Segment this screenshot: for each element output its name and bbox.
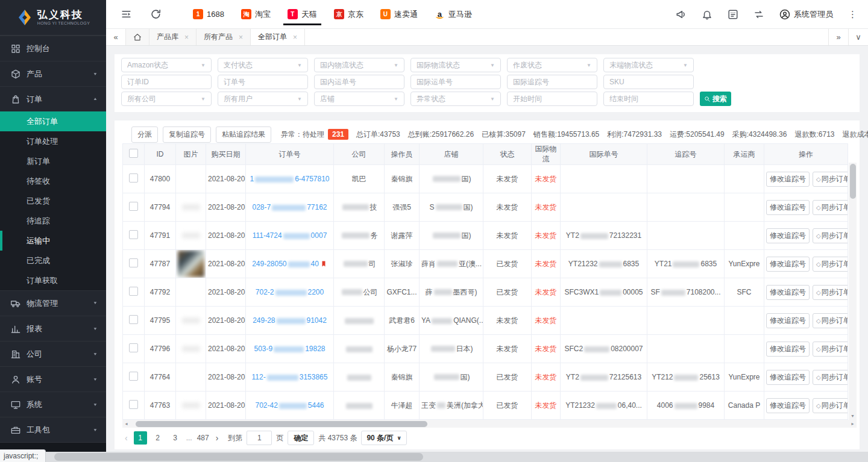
filter-intl-tracking-no[interactable]: 国际追踪号 <box>507 75 597 89</box>
sidebar-item-shipped[interactable]: 已发货 <box>0 191 106 211</box>
sync-order-button[interactable]: ◇同步订单 <box>813 285 848 300</box>
modify-tracking-button[interactable]: 修改追踪号 <box>766 228 810 243</box>
sync-order-button[interactable]: ◇同步订单 <box>813 172 848 187</box>
scroll-right-arrow[interactable]: ▸ <box>849 420 857 428</box>
row-checkbox[interactable] <box>129 315 138 324</box>
announcement-icon[interactable] <box>676 9 687 20</box>
sidebar-item-products[interactable]: 产品▼ <box>0 61 106 86</box>
sidebar-item-company[interactable]: 公司▼ <box>0 341 106 366</box>
marketplace-jd[interactable]: 京京东 <box>326 0 372 28</box>
filter-order-id[interactable]: 订单ID <box>121 75 212 89</box>
row-checkbox[interactable] <box>129 372 138 381</box>
modify-tracking-button[interactable]: 修改追踪号 <box>766 313 810 328</box>
filter-shop[interactable]: 店铺▼ <box>314 92 404 106</box>
filter-order-no[interactable]: 订单号 <box>218 75 308 89</box>
order-link[interactable]: 702-22200 <box>256 288 324 296</box>
sidebar-item-reports[interactable]: 报表▼ <box>0 316 106 341</box>
filter-sku[interactable]: SKU <box>603 75 694 89</box>
order-link[interactable]: 112-3153865 <box>252 373 328 381</box>
sync-order-button[interactable]: ◇同步订单 <box>813 228 848 243</box>
sync-order-button[interactable]: ◇同步订单 <box>813 370 848 385</box>
product-image[interactable] <box>178 251 204 277</box>
sidebar-item-all-orders[interactable]: 全部订单 <box>0 111 106 131</box>
marketplace-taobao[interactable]: 淘淘宝 <box>233 0 279 28</box>
more-menu-icon[interactable]: ⋮ <box>848 9 857 20</box>
filter-domestic-logistics-status[interactable]: 国内物流状态▼ <box>314 58 404 72</box>
select-all-checkbox[interactable] <box>129 149 138 158</box>
page-1[interactable]: 1 <box>134 431 147 445</box>
order-link[interactable]: 702-425446 <box>255 401 324 410</box>
sidebar-item-awaiting-tracking[interactable]: 待追踪 <box>0 211 106 231</box>
close-icon[interactable]: × <box>293 33 297 42</box>
filter-amazon-status[interactable]: Amazon状态▼ <box>121 58 212 72</box>
sidebar-item-awaiting-receipt[interactable]: 待签收 <box>0 171 106 191</box>
dispatch-button[interactable]: 分派 <box>131 126 158 143</box>
window-scroll-thumb[interactable] <box>54 453 423 461</box>
scroll-left-arrow[interactable]: ◂ <box>122 420 130 428</box>
sync-order-button[interactable]: ◇同步订单 <box>813 313 848 328</box>
sync-order-button[interactable]: ◇同步订单 <box>813 200 848 215</box>
close-icon[interactable]: × <box>239 33 243 42</box>
table-horizontal-scrollbar[interactable]: ◂ ▸ <box>122 420 857 428</box>
sidebar-item-system[interactable]: 系统▼ <box>0 392 106 417</box>
modify-tracking-button[interactable]: 修改追踪号 <box>766 398 810 413</box>
sidebar-item-dashboard[interactable]: 控制台 <box>0 36 106 61</box>
row-checkbox[interactable] <box>129 258 138 267</box>
window-horizontal-scrollbar[interactable] <box>0 452 868 462</box>
tab-product-library[interactable]: 产品库× <box>149 29 197 45</box>
sync-order-button[interactable]: ◇同步订单 <box>813 398 848 413</box>
tabs-menu-button[interactable]: ∨ <box>848 29 868 45</box>
filter-intl-waybill-no[interactable]: 国际运单号 <box>410 75 501 89</box>
modify-tracking-button[interactable]: 修改追踪号 <box>766 285 810 300</box>
row-checkbox[interactable] <box>129 343 138 352</box>
tabs-scroll-right-button[interactable]: » <box>828 29 848 45</box>
sidebar-item-new-orders[interactable]: 新订单 <box>0 151 106 171</box>
sidebar-item-order-fetch[interactable]: 订单获取 <box>0 270 106 290</box>
order-link[interactable]: 503-919828 <box>254 345 325 353</box>
apps-icon[interactable] <box>728 9 738 20</box>
copy-tracking-button[interactable]: 复制追踪号 <box>163 126 211 143</box>
close-icon[interactable]: × <box>184 33 189 42</box>
vertical-scroll-thumb[interactable] <box>850 164 856 199</box>
modify-tracking-button[interactable]: 修改追踪号 <box>766 172 810 187</box>
sidebar-item-in-transit[interactable]: 运输中 <box>0 231 106 251</box>
sidebar-item-completed[interactable]: 已完成 <box>0 251 106 270</box>
tab-all-products[interactable]: 所有产品× <box>197 29 251 45</box>
tab-home[interactable] <box>126 29 149 45</box>
sidebar-toggle-button[interactable] <box>121 8 132 20</box>
filter-domestic-waybill-no[interactable]: 国内运单号 <box>314 75 404 89</box>
filter-payment-status[interactable]: 支付状态▼ <box>218 58 308 72</box>
page-3[interactable]: 3 <box>169 431 182 445</box>
goto-page-input[interactable]: 1 <box>247 431 272 445</box>
marketplace-1688[interactable]: 11688 <box>184 0 233 28</box>
row-checkbox[interactable] <box>129 230 138 239</box>
pagination-next[interactable]: › <box>214 433 221 443</box>
row-checkbox[interactable] <box>129 202 138 211</box>
sync-order-button[interactable]: ◇同步订单 <box>813 342 848 357</box>
order-link[interactable]: 028-777162 <box>252 203 327 211</box>
modify-tracking-button[interactable]: 修改追踪号 <box>766 342 810 357</box>
modify-tracking-button[interactable]: 修改追踪号 <box>766 370 810 385</box>
order-link[interactable]: 249-2805040 <box>252 260 319 268</box>
filter-all-companies[interactable]: 所有公司▼ <box>121 92 212 106</box>
sidebar-item-accounts[interactable]: 账号▼ <box>0 366 106 392</box>
paste-tracking-result-button[interactable]: 粘贴追踪结果 <box>216 126 271 143</box>
pagination-prev[interactable]: ‹ <box>123 433 130 443</box>
filter-void-status[interactable]: 作废状态▼ <box>507 58 597 72</box>
sidebar-item-logistics[interactable]: 物流管理▼ <box>0 290 106 316</box>
sidebar-item-orders[interactable]: 订单▲ <box>0 86 106 111</box>
sidebar-item-toolkit[interactable]: 工具包▼ <box>0 417 106 442</box>
switch-icon[interactable] <box>753 9 764 20</box>
filter-exception-status[interactable]: 异常状态▼ <box>410 92 501 106</box>
horizontal-scroll-thumb[interactable] <box>136 421 427 427</box>
filter-end-time[interactable]: 结束时间 <box>603 92 694 106</box>
refresh-button[interactable] <box>150 8 162 20</box>
notification-icon[interactable] <box>702 9 712 20</box>
scroll-down-arrow[interactable]: ▼ <box>849 412 857 420</box>
marketplace-amazon[interactable]: a亚马逊 <box>426 0 480 28</box>
row-checkbox[interactable] <box>129 400 138 409</box>
confirm-button[interactable]: 确定 <box>288 431 314 445</box>
filter-start-time[interactable]: 开始时间 <box>507 92 597 106</box>
tabs-scroll-left-button[interactable]: « <box>106 29 126 45</box>
search-button[interactable]: 搜索 <box>700 92 731 106</box>
